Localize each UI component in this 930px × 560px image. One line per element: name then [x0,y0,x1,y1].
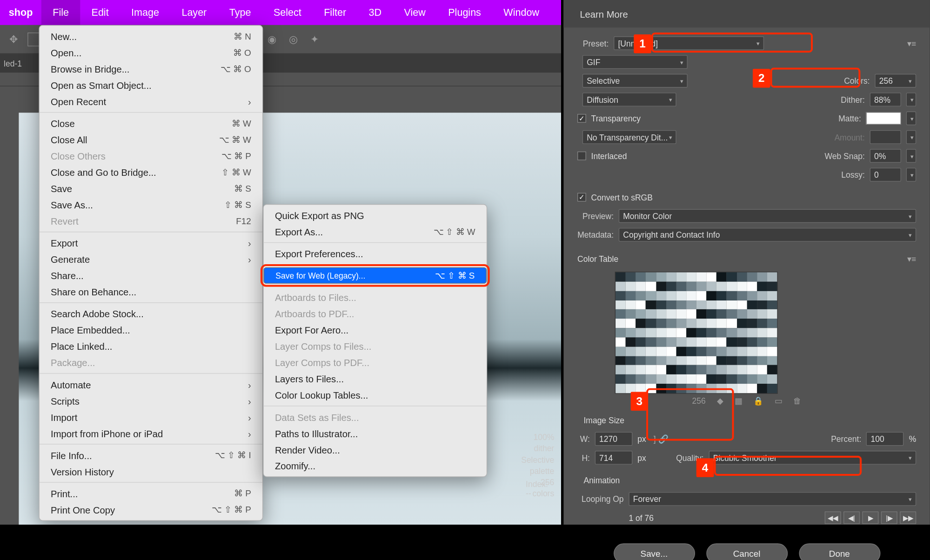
menu-file[interactable]: File [41,0,80,25]
format-select[interactable]: GIF▾ [582,55,688,69]
menu-filter[interactable]: Filter [313,0,357,25]
menu-item[interactable]: Close⌘ W [40,115,262,132]
color-table[interactable] [615,272,778,393]
learn-more-link[interactable]: Learn More [580,8,628,19]
colortable-icon[interactable]: ▦ [735,396,742,406]
srgb-checkbox[interactable]: ✓ [577,193,586,202]
menu-item[interactable]: Color Lookup Tables... [264,387,487,403]
menu-item[interactable]: Save for Web (Legacy)...⌥ ⇧ ⌘ S [264,267,487,284]
menu-edit[interactable]: Edit [80,0,120,25]
link-icon[interactable]: ] 🔗 [654,434,668,443]
amount-input [870,130,901,144]
menu-item[interactable]: Export› [40,235,262,251]
menu-image[interactable]: Image [120,0,170,25]
dither-type-select[interactable]: Diffusion▾ [582,93,676,107]
looping-select[interactable]: Forever▾ [629,492,916,506]
menu-item[interactable]: Generate› [40,251,262,267]
menu-type[interactable]: Type [218,0,262,25]
colortable-menu-icon[interactable]: ▾≡ [907,254,917,263]
percent-input[interactable]: 100 [866,432,904,446]
colors-select[interactable]: 256▾ [875,74,916,88]
panel-menu-icon[interactable]: ▾≡ [907,39,917,48]
menu-item[interactable]: Search Adobe Stock... [40,306,262,322]
height-input[interactable]: 714 [595,451,633,465]
menu-help[interactable]: Help [550,0,561,25]
colortable-trash-icon[interactable]: 🗑 [793,396,801,406]
save-for-web-dialog: Learn More Preset: [Unnamed]▾ ▾≡ GIF▾ Se… [561,0,930,525]
menu-item[interactable]: Save As...⇧ ⌘ S [40,197,262,213]
menu-plugins[interactable]: Plugins [437,0,492,25]
preview-select[interactable]: Monitor Color▾ [619,209,916,223]
menu-view[interactable]: View [393,0,437,25]
menu-item[interactable]: Open Recent› [40,93,262,110]
quality-select[interactable]: Bicubic Smoother▾ [709,451,916,465]
menu-item[interactable]: Print One Copy⌥ ⇧ ⌘ P [40,501,262,518]
dither-stepper[interactable]: ▾ [906,93,917,107]
document-tab[interactable]: led-1 [4,59,22,68]
menu-item[interactable]: Render Video... [264,441,487,458]
menu-item[interactable]: Open...⌘ O [40,45,262,61]
next-frame-button[interactable]: |▶ [881,512,897,524]
menu-item[interactable]: Close All⌥ ⌘ W [40,132,262,148]
menu-item[interactable]: Save⌘ S [40,180,262,197]
menu-3d[interactable]: 3D [357,0,393,25]
percent-label: Percent: [819,434,862,443]
menu-item[interactable]: Share... [40,267,262,284]
matte-swatch[interactable] [866,112,901,125]
lossy-stepper[interactable]: ▾ [906,168,917,182]
menu-item[interactable]: Print...⌘ P [40,485,262,501]
3d-icon[interactable]: ✦ [308,33,321,45]
done-button[interactable]: Done [799,543,880,560]
first-frame-button[interactable]: ◀◀ [825,512,841,524]
transparency-checkbox[interactable]: ✓ [577,114,586,123]
menu-layer[interactable]: Layer [170,0,218,25]
menu-item[interactable]: Scripts› [40,393,262,409]
menu-item[interactable]: Quick Export as PNG [264,207,487,224]
menu-item[interactable]: File Info...⌥ ⇧ ⌘ I [40,447,262,463]
colortable-icon[interactable]: ▭ [775,396,782,406]
menu-item[interactable]: Import from iPhone or iPad› [40,425,262,441]
menu-item[interactable]: Zoomify... [264,458,487,474]
menu-item[interactable]: New...⌘ N [40,28,262,45]
looping-label: Looping Op [577,494,624,504]
play-button[interactable]: ▶ [862,512,878,524]
menu-item[interactable]: Import› [40,409,262,425]
lossy-input[interactable]: 0 [870,168,901,182]
callout-3: 3 [630,392,648,411]
prev-frame-button[interactable]: ◀| [843,512,860,524]
save-button[interactable]: Save... [613,543,695,560]
menu-item[interactable]: Export As...⌥ ⇧ ⌘ W [264,224,487,240]
dither-input[interactable]: 88% [870,93,901,107]
menu-item[interactable]: Version History [40,463,262,480]
color-reduction-select[interactable]: Selective▾ [582,74,688,88]
menu-item[interactable]: Automate› [40,376,262,393]
3d-icon[interactable]: ◉ [265,33,279,45]
metadata-select[interactable]: Copyright and Contact Info▾ [619,228,916,242]
dialog-header: Learn More [563,0,930,27]
colortable-lock-icon[interactable]: 🔒 [753,396,763,406]
3d-icon[interactable]: ◎ [287,33,301,45]
amount-label: Amount: [813,133,864,142]
menu-select[interactable]: Select [262,0,313,25]
menu-item[interactable]: Export For Aero... [264,322,487,338]
menu-item[interactable]: Place Linked... [40,338,262,354]
cancel-button[interactable]: Cancel [706,543,788,560]
colortable-icon[interactable]: ◆ [717,396,723,406]
menu-item[interactable]: Share on Behance... [40,284,262,300]
websnap-input[interactable]: 0% [870,149,901,163]
menu-item[interactable]: Layers to Files... [264,371,487,387]
menu-item[interactable]: Place Embedded... [40,322,262,338]
matte-select[interactable]: ▾ [906,112,917,126]
tool-icon[interactable]: ✥ [6,33,20,45]
menu-item[interactable]: Close and Go to Bridge...⇧ ⌘ W [40,164,262,180]
menu-item[interactable]: Open as Smart Object... [40,77,262,93]
menu-item[interactable]: Browse in Bridge...⌥ ⌘ O [40,61,262,77]
menu-item[interactable]: Paths to Illustrator... [264,425,487,441]
websnap-stepper[interactable]: ▾ [906,149,917,163]
interlaced-checkbox[interactable] [577,152,586,160]
trans-dither-select[interactable]: No Transparency Dit...▾ [582,130,676,144]
width-input[interactable]: 1270 [595,432,633,446]
menu-window[interactable]: Window [492,0,550,25]
menu-item[interactable]: Export Preferences... [264,246,487,262]
last-frame-button[interactable]: ▶▶ [900,512,916,524]
